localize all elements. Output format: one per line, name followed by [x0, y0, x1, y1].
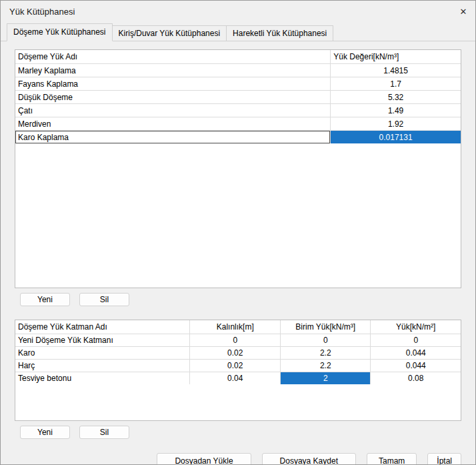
layer-unit-load-cell[interactable]: 0	[280, 334, 371, 347]
layer-load-cell[interactable]: 0.044	[371, 347, 461, 360]
load-table-row[interactable]: Karo Kaplama0.017131	[15, 131, 461, 144]
layer-unit-load-cell[interactable]: 2.2	[280, 360, 371, 372]
load-table-row[interactable]: Düşük Döşeme5.32	[15, 91, 461, 104]
tab-1[interactable]: Döşeme Yük Kütüphanesi	[7, 23, 113, 41]
layer-table-col-header: Döşeme Yük Katman Adı	[15, 320, 190, 334]
layer-table-col-header: Birim Yük[kN/m³]	[280, 320, 371, 334]
floor-load-table: Döşeme Yük AdıYük Değeri[kN/m³]Marley Ka…	[15, 49, 461, 288]
layer-unit-load-cell[interactable]: 2.2	[280, 347, 371, 360]
load-name-cell[interactable]: Çatı	[15, 104, 331, 117]
cancel-button[interactable]: İptal	[427, 453, 461, 465]
load-name-cell[interactable]: Merdiven	[15, 117, 331, 131]
load-delete-button[interactable]: Sil	[79, 293, 129, 306]
tab-3[interactable]: Hareketli Yük Kütüphanesi	[226, 25, 333, 41]
layer-table-col-header: Kalınlık[m]	[190, 320, 281, 334]
load-table-header-row: Döşeme Yük AdıYük Değeri[kN/m³]	[15, 50, 461, 64]
load-name-cell[interactable]: Düşük Döşeme	[15, 91, 331, 104]
footer-button-row: Dosyadan Yükle Dosyaya Kaydet Tamam İpta…	[15, 453, 461, 465]
layer-name-cell[interactable]: Yeni Döşeme Yük Katmanı	[15, 334, 190, 347]
layer-thickness-cell[interactable]: 0.02	[190, 347, 281, 360]
tab-strip: Döşeme Yük KütüphanesiKiriş/Duvar Yük Kü…	[1, 23, 475, 41]
tab-2[interactable]: Kiriş/Duvar Yük Kütüphanesi	[112, 25, 227, 41]
load-value-cell[interactable]: 1.4815	[331, 64, 461, 77]
window-title: Yük Kütüphanesi	[9, 7, 75, 17]
save-to-file-button[interactable]: Dosyaya Kaydet	[262, 453, 356, 465]
floor-layer-table: Döşeme Yük Katman AdıKalınlık[m]Birim Yü…	[15, 320, 461, 421]
load-table-row[interactable]: Çatı1.49	[15, 104, 461, 117]
load-value-cell[interactable]: 1.92	[331, 117, 461, 131]
layer-name-cell[interactable]: Tesviye betonu	[15, 372, 190, 385]
layer-delete-button[interactable]: Sil	[79, 426, 129, 439]
layer-unit-load-cell[interactable]: 2	[280, 372, 371, 385]
lower-button-row: Yeni Sil	[15, 426, 461, 439]
load-table-row[interactable]: Merdiven1.92	[15, 117, 461, 131]
layer-load-cell[interactable]: 0.044	[371, 360, 461, 372]
layer-new-button[interactable]: Yeni	[20, 426, 70, 439]
load-table-col-header: Döşeme Yük Adı	[15, 50, 331, 64]
layer-thickness-cell[interactable]: 0.02	[190, 360, 281, 372]
load-new-button[interactable]: Yeni	[20, 293, 70, 306]
load-value-cell[interactable]: 0.017131	[331, 131, 461, 144]
load-table-row[interactable]: Fayans Kaplama1.7	[15, 77, 461, 91]
load-name-cell[interactable]: Marley Kaplama	[15, 64, 331, 77]
layer-load-cell[interactable]: 0.08	[371, 372, 461, 385]
load-table-row[interactable]: Marley Kaplama1.4815	[15, 64, 461, 77]
load-value-cell[interactable]: 5.32	[331, 91, 461, 104]
load-value-cell[interactable]: 1.7	[331, 77, 461, 91]
layer-thickness-cell[interactable]: 0	[190, 334, 281, 347]
layer-table-header-row: Döşeme Yük Katman AdıKalınlık[m]Birim Yü…	[15, 320, 461, 334]
ok-button[interactable]: Tamam	[367, 453, 417, 465]
layer-table-row[interactable]: Yeni Döşeme Yük Katmanı000	[15, 334, 461, 347]
layer-table-row[interactable]: Tesviye betonu0.0420.08	[15, 372, 461, 385]
layer-thickness-cell[interactable]: 0.04	[190, 372, 281, 385]
layer-name-cell[interactable]: Harç	[15, 360, 190, 372]
load-table-col-header: Yük Değeri[kN/m³]	[331, 50, 461, 64]
load-from-file-button[interactable]: Dosyadan Yükle	[157, 453, 251, 465]
load-value-cell[interactable]: 1.49	[331, 104, 461, 117]
layer-load-cell[interactable]: 0	[371, 334, 461, 347]
layer-table-row[interactable]: Harç0.022.20.044	[15, 360, 461, 372]
close-icon[interactable]: ✕	[451, 1, 475, 21]
titlebar: Yük Kütüphanesi ✕	[1, 1, 475, 22]
layer-table-col-header: Yük[kN/m²]	[371, 320, 461, 334]
upper-button-row: Yeni Sil	[15, 293, 461, 306]
tab-panel-floor-loads: Döşeme Yük AdıYük Değeri[kN/m³]Marley Ka…	[1, 49, 475, 465]
load-name-cell[interactable]: Karo Kaplama	[15, 131, 331, 144]
load-name-cell[interactable]: Fayans Kaplama	[15, 77, 331, 91]
load-library-dialog: Yük Kütüphanesi ✕ Döşeme Yük Kütüphanesi…	[0, 0, 476, 465]
layer-table-row[interactable]: Karo0.022.20.044	[15, 347, 461, 360]
layer-name-cell[interactable]: Karo	[15, 347, 190, 360]
